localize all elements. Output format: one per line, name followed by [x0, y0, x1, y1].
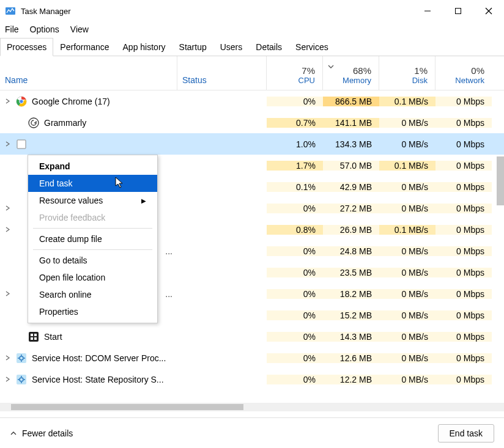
svg-rect-2 — [456, 9, 461, 14]
context-menu-item[interactable]: Expand — [28, 158, 157, 175]
expand-chevron-icon[interactable] — [4, 376, 11, 382]
svg-rect-15 — [29, 332, 39, 342]
maximize-button[interactable] — [443, 0, 473, 22]
context-menu-label: Go to details — [39, 255, 87, 265]
column-headers: Name Status 7% CPU 68% Memory 1% Disk 0%… — [0, 56, 504, 90]
process-icon — [16, 374, 27, 385]
network-cell: 0 Mbps — [435, 332, 492, 342]
context-menu-item[interactable]: Search online — [28, 286, 157, 303]
header-memory[interactable]: 68% Memory — [323, 56, 379, 90]
app-icon — [5, 6, 16, 17]
menu-view[interactable]: View — [70, 24, 89, 34]
menu-file[interactable]: File — [5, 24, 19, 34]
process-row[interactable]: 1.0%134.3 MB0 MB/s0 Mbps — [0, 133, 504, 155]
process-icon — [16, 353, 27, 364]
minimize-button[interactable] — [412, 0, 443, 22]
disk-cell: 0 MB/s — [379, 139, 435, 149]
cpu-cell: 0% — [267, 246, 323, 256]
header-network[interactable]: 0% Network — [435, 56, 492, 90]
context-menu-item[interactable]: Create dump file — [28, 230, 157, 248]
tab-startup[interactable]: Startup — [172, 38, 213, 56]
tab-users[interactable]: Users — [213, 38, 250, 56]
tab-app-history[interactable]: App history — [116, 38, 172, 56]
disk-cell: 0.1 MB/s — [379, 225, 435, 235]
memory-cell: 57.0 MB — [323, 161, 379, 171]
disk-cell: 0 MB/s — [379, 182, 435, 192]
menu-options[interactable]: Options — [30, 24, 59, 34]
context-menu-item[interactable]: Go to details — [28, 252, 157, 269]
end-task-button[interactable]: End task — [438, 424, 494, 442]
expand-chevron-icon[interactable] — [4, 98, 11, 104]
horizontal-scrollbar[interactable] — [0, 403, 504, 411]
expand-chevron-icon[interactable] — [4, 141, 11, 147]
vertical-scrollbar[interactable] — [497, 156, 504, 205]
cpu-cell: 0% — [267, 204, 323, 213]
cpu-cell: 0% — [267, 353, 323, 363]
footer: Fewer details End task — [0, 417, 504, 448]
context-menu-item[interactable]: Open file location — [28, 269, 157, 286]
fewer-details-label: Fewer details — [22, 428, 73, 438]
svg-rect-18 — [31, 337, 33, 340]
submenu-arrow-icon: ▶ — [141, 197, 146, 204]
chevron-up-icon — [10, 430, 17, 437]
disk-cell: 0 MB/s — [379, 118, 435, 128]
process-name: Start — [44, 332, 62, 342]
network-cell: 0 Mbps — [435, 375, 492, 384]
fewer-details-button[interactable]: Fewer details — [10, 428, 73, 438]
memory-cell: 866.5 MB — [323, 97, 379, 106]
process-row[interactable]: Service Host: DCOM Server Proc...0%12.6 … — [0, 347, 504, 369]
expand-chevron-icon[interactable] — [4, 227, 11, 232]
mouse-cursor-icon — [115, 177, 125, 191]
context-menu-label: Open file location — [39, 273, 105, 282]
disk-label: Disk — [412, 76, 428, 85]
cpu-cell: 0% — [267, 375, 323, 384]
process-name-cell: Service Host: DCOM Server Proc... — [0, 353, 177, 364]
disk-cell: 0 MB/s — [379, 375, 435, 384]
tab-details[interactable]: Details — [249, 38, 289, 56]
scrollbar-thumb[interactable] — [11, 404, 243, 410]
expand-chevron-icon[interactable] — [4, 291, 11, 296]
cpu-cell: 0.1% — [267, 182, 323, 192]
cpu-cell: 1.7% — [267, 161, 323, 171]
process-icon — [28, 331, 39, 342]
cpu-cell: 0% — [267, 268, 323, 277]
header-name[interactable]: Name — [0, 56, 177, 90]
context-menu-item[interactable]: End task — [28, 175, 157, 192]
network-cell: 0 Mbps — [435, 204, 492, 213]
disk-percent: 1% — [414, 65, 428, 76]
memory-cell: 12.2 MB — [323, 375, 379, 384]
cpu-cell: 0% — [267, 332, 323, 342]
expand-chevron-icon[interactable] — [4, 205, 11, 211]
process-name-cell: Start — [0, 331, 177, 342]
process-name-cell — [0, 139, 177, 150]
memory-cell: 27.2 MB — [323, 204, 379, 213]
close-button[interactable] — [473, 0, 504, 22]
disk-cell: 0 MB/s — [379, 332, 435, 342]
header-status[interactable]: Status — [177, 56, 267, 90]
cpu-cell: 0% — [267, 310, 323, 320]
expand-chevron-icon[interactable] — [4, 355, 11, 361]
cpu-label: CPU — [298, 76, 315, 85]
disk-cell: 0 MB/s — [379, 353, 435, 363]
header-disk[interactable]: 1% Disk — [379, 56, 435, 90]
svg-rect-9 — [17, 140, 26, 149]
process-name-cell: Service Host: State Repository S... — [0, 374, 177, 385]
context-menu-item[interactable]: Resource values▶ — [28, 192, 157, 209]
process-name-cell: Grammarly — [0, 117, 177, 128]
process-row[interactable]: Service Host: State Repository S...0%12.… — [0, 369, 504, 390]
disk-cell: 0 MB/s — [379, 268, 435, 277]
context-menu-item[interactable]: Properties — [28, 303, 157, 320]
memory-cell: 14.3 MB — [323, 332, 379, 342]
header-cpu[interactable]: 7% CPU — [267, 56, 323, 90]
process-row[interactable]: Google Chrome (17)0%866.5 MB0.1 MB/s0 Mb… — [0, 90, 504, 112]
process-name: Service Host: DCOM Server Proc... — [32, 353, 166, 363]
tab-performance[interactable]: Performance — [53, 38, 116, 56]
memory-cell: 15.2 MB — [323, 310, 379, 320]
cpu-cell: 0.7% — [267, 118, 323, 128]
tab-services[interactable]: Services — [289, 38, 335, 56]
process-row[interactable]: Grammarly0.7%141.1 MB0 MB/s0 Mbps — [0, 112, 504, 133]
tab-processes[interactable]: Processes — [0, 38, 53, 56]
network-cell: 0 Mbps — [435, 353, 492, 363]
memory-cell: 23.5 MB — [323, 268, 379, 277]
process-row[interactable]: Start0%14.3 MB0 MB/s0 Mbps — [0, 326, 504, 347]
